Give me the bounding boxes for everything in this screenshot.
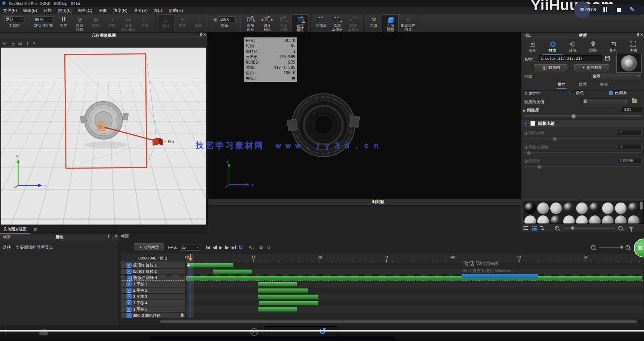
- expand-arrow-icon[interactable]: ▶: [523, 109, 526, 112]
- close-icon[interactable]: ×: [115, 235, 117, 238]
- track-name-row[interactable]: ⋮✓1 平移 5: [121, 306, 185, 312]
- library-material-0[interactable]: [524, 202, 537, 215]
- track-checkbox[interactable]: ✓: [127, 313, 131, 318]
- track-name-row[interactable]: ⋮✓吸顶灯 旋转 1: [121, 262, 185, 268]
- timeline-scrollbar[interactable]: [160, 320, 642, 323]
- animation-bar[interactable]: ◀▶: [187, 263, 234, 268]
- render-nurbs-button[interactable]: ⋈渲染NURBS: [120, 14, 137, 32]
- recorder-stop-icon[interactable]: [617, 8, 621, 13]
- folder-icon[interactable]: [632, 99, 637, 103]
- anodized-section-header[interactable]: ▼ 阳极电镀: [521, 120, 644, 127]
- cloud-sync-icon[interactable]: [39, 332, 48, 335]
- animation-bar[interactable]: [213, 269, 252, 274]
- menu-item-1[interactable]: 编辑(E): [20, 7, 40, 14]
- drag-dots-icon[interactable]: ⋮: [122, 276, 125, 280]
- dolly-button[interactable]: ↓推移: [191, 14, 207, 32]
- track-checkbox[interactable]: ✓: [127, 294, 131, 299]
- tab-library[interactable]: 库: [30, 226, 41, 234]
- switch-studio-button[interactable]: ◀切换工作室: [345, 14, 361, 32]
- track-checkbox[interactable]: ✓: [127, 288, 131, 293]
- nav-tab-environment[interactable]: 环境: [563, 40, 583, 55]
- chevron-down-icon[interactable]: ▼: [524, 122, 528, 126]
- track-checkbox[interactable]: ✓: [127, 300, 131, 305]
- reset-camera-button[interactable]: ↺重置相机: [276, 14, 292, 32]
- timeline-tab[interactable]: 动画: [121, 234, 129, 239]
- environment-compass-icon[interactable]: [250, 328, 258, 336]
- roughness-value-field[interactable]: 0.01: [622, 107, 642, 112]
- library-material-1[interactable]: [537, 202, 550, 215]
- radio-measured[interactable]: 已测量: [609, 90, 627, 95]
- material-name-field[interactable]: 1:color:217:217:217: [539, 55, 602, 61]
- nav-tab-material[interactable]: 材质: [542, 40, 563, 55]
- configurator-wizard-button[interactable]: ⁘配置程序向导: [399, 14, 417, 32]
- texture-checker-icon[interactable]: [615, 107, 620, 112]
- perspective-icon[interactable]: ◳: [10, 41, 15, 46]
- pause-button[interactable]: 暂停: [56, 14, 72, 32]
- play-button[interactable]: ▶: [219, 245, 223, 250]
- timeline-zoom-in-icon[interactable]: +: [625, 245, 630, 250]
- lock-camera-button[interactable]: ⬓锁定相机: [292, 14, 308, 32]
- float-window-icon[interactable]: [108, 235, 112, 238]
- camera-object[interactable]: 相机 2: [153, 138, 174, 145]
- animation-bar[interactable]: [187, 276, 643, 280]
- track-checkbox[interactable]: ✓: [127, 269, 131, 274]
- library-scrollbar[interactable]: [640, 202, 643, 209]
- tree-view-icon[interactable]: [540, 226, 545, 230]
- prev-arrow-icon[interactable]: ◀: [260, 18, 263, 21]
- filter-icon[interactable]: [629, 227, 634, 229]
- nav-tab-scene[interactable]: 场景: [522, 40, 542, 55]
- library-material-11[interactable]: [550, 215, 563, 224]
- nav-tab-camera[interactable]: 相机: [603, 40, 623, 55]
- coating-value-1[interactable]: 0: [618, 144, 642, 149]
- menu-item-5[interactable]: 图像: [95, 7, 110, 14]
- recorder-pause-icon[interactable]: [603, 7, 608, 13]
- prop-tab-2[interactable]: 标签: [600, 82, 609, 89]
- coating-value-0[interactable]: 2: [618, 130, 642, 135]
- library-material-17[interactable]: [627, 215, 640, 224]
- drag-dots-icon[interactable]: ⋮: [122, 314, 125, 318]
- close-icon[interactable]: ×: [640, 33, 643, 36]
- float-window-icon[interactable]: [197, 33, 201, 36]
- video-progress-bar[interactable]: [0, 330, 644, 332]
- menu-item-7[interactable]: 查看(V): [130, 7, 151, 14]
- playhead-marker[interactable]: [188, 258, 193, 261]
- metal-preset-select[interactable]: 铝▾: [581, 98, 628, 104]
- pan-icon[interactable]: ✛: [26, 41, 29, 46]
- library-material-8[interactable]: [627, 202, 640, 215]
- cpu-usage-combo[interactable]: 88 %▾: [33, 16, 53, 22]
- translate-gizmo[interactable]: [98, 123, 104, 131]
- track-checkbox[interactable]: ✓: [127, 282, 131, 286]
- library-material-6[interactable]: [601, 202, 614, 215]
- prev-arrow-icon[interactable]: ◀: [349, 18, 351, 21]
- tools-button[interactable]: ⚒工具: [366, 14, 382, 32]
- nav-tab-lighting[interactable]: 照明: [583, 40, 603, 55]
- track-checkbox[interactable]: ✓: [127, 263, 131, 268]
- grid-icon[interactable]: ⊞: [18, 41, 22, 46]
- animation-wizard-button[interactable]: ✦动画向导: [134, 243, 164, 251]
- track-checkbox[interactable]: ✓: [127, 276, 132, 280]
- radio-color[interactable]: 颜色: [570, 90, 584, 95]
- menu-item-8[interactable]: 窗口: [151, 7, 165, 14]
- track-checkbox[interactable]: ✓: [127, 307, 131, 312]
- library-material-10[interactable]: [537, 215, 550, 224]
- coating-value-2[interactable]: 100纳米: [618, 158, 642, 163]
- library-material-3[interactable]: [563, 202, 575, 215]
- float-window-icon[interactable]: [634, 33, 638, 36]
- menu-item-2[interactable]: 环境: [40, 7, 55, 14]
- performance-mode-button[interactable]: ℗性能模式: [72, 14, 88, 32]
- next-arrow-icon[interactable]: ▶: [271, 18, 273, 21]
- animation-bar[interactable]: [259, 301, 319, 305]
- region-button[interactable]: □区域: [137, 14, 153, 32]
- animation-bar[interactable]: [258, 294, 319, 299]
- recorder-pencil-icon[interactable]: ✎: [630, 6, 634, 13]
- drag-dots-icon[interactable]: ⋮: [122, 282, 125, 286]
- zoom-out-icon[interactable]: ‒: [555, 226, 559, 230]
- geometry-viewport[interactable]: 相机 2 y z: [1, 48, 206, 225]
- geometry-view-button[interactable]: 几何视图: [382, 14, 399, 32]
- refresh-icon[interactable]: ↺: [267, 244, 271, 250]
- library-material-9[interactable]: [524, 215, 537, 224]
- timeline-zoom-out-icon[interactable]: ‒: [591, 245, 595, 250]
- library-material-5[interactable]: [588, 202, 601, 215]
- workspace-combo[interactable]: 默认▾: [4, 16, 24, 22]
- tab-geometry-view[interactable]: 几何图形视图: [0, 226, 30, 234]
